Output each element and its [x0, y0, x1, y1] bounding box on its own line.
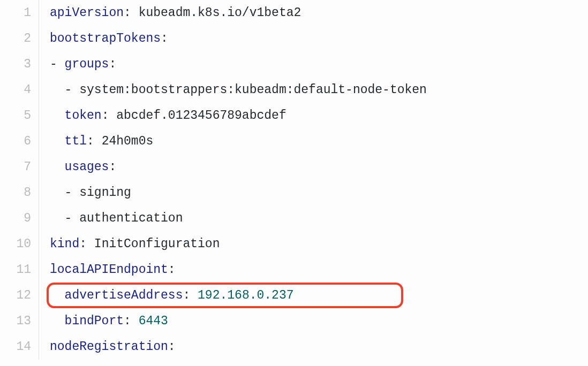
- yaml-punct: :: [109, 161, 116, 173]
- yaml-indent: [50, 135, 65, 148]
- line-number: 13: [0, 308, 39, 334]
- yaml-key: localAPIEndpoint: [50, 264, 168, 276]
- code-line: bootstrapTokens:: [50, 26, 588, 51]
- code-line: localAPIEndpoint:: [50, 257, 588, 283]
- code-line: - groups:: [50, 51, 588, 77]
- code-line-highlighted: advertiseAddress: 192.168.0.237: [50, 283, 588, 308]
- yaml-value: 24h0m0s: [102, 135, 154, 148]
- line-number: 5: [0, 103, 39, 128]
- yaml-punct: :: [87, 135, 102, 148]
- line-number: 10: [0, 231, 39, 257]
- yaml-key: bindPort: [65, 315, 124, 327]
- yaml-value: InitConfiguration: [94, 238, 220, 250]
- yaml-key: token: [65, 110, 102, 122]
- line-number-gutter: 1 2 3 4 5 6 7 8 9 10 11 12 13 14: [0, 0, 39, 360]
- code-line: ttl: 24h0m0s: [50, 128, 588, 154]
- yaml-key: usages: [65, 161, 109, 173]
- yaml-punct: :: [168, 341, 176, 353]
- yaml-key: advertiseAddress: [65, 289, 183, 302]
- code-area: apiVersion: kubeadm.k8s.io/v1beta2 boots…: [39, 0, 588, 360]
- line-number: 11: [0, 257, 39, 283]
- yaml-dash: -: [50, 58, 65, 71]
- yaml-punct: :: [109, 58, 116, 71]
- code-block: 1 2 3 4 5 6 7 8 9 10 11 12 13 14 apiVers…: [0, 0, 588, 360]
- yaml-value: 192.168.0.237: [198, 289, 293, 302]
- yaml-dash: -: [50, 212, 79, 225]
- yaml-punct: :: [79, 238, 94, 250]
- yaml-punct: :: [124, 7, 139, 19]
- line-number: 14: [0, 334, 39, 360]
- line-number: 2: [0, 26, 39, 51]
- yaml-indent: [50, 289, 65, 302]
- code-line: token: abcdef.0123456789abcdef: [50, 103, 588, 128]
- yaml-punct: :: [161, 33, 168, 45]
- line-number: 7: [0, 154, 39, 180]
- yaml-indent: [50, 315, 65, 327]
- yaml-dash: -: [50, 84, 79, 96]
- yaml-value: abcdef.0123456789abcdef: [116, 110, 286, 122]
- code-line: usages:: [50, 154, 588, 180]
- yaml-indent: [50, 110, 65, 122]
- line-number: 12: [0, 283, 39, 308]
- yaml-key: groups: [65, 58, 109, 71]
- code-line: nodeRegistration:: [50, 334, 588, 360]
- yaml-key: ttl: [65, 135, 87, 148]
- yaml-punct: :: [102, 110, 117, 122]
- code-line: - authentication: [50, 205, 588, 231]
- line-number: 1: [0, 0, 39, 26]
- yaml-punct: :: [183, 289, 198, 302]
- yaml-value: 6443: [139, 315, 168, 327]
- yaml-value: system:bootstrappers:kubeadm:default-nod…: [79, 84, 427, 96]
- line-number: 8: [0, 180, 39, 205]
- yaml-key: apiVersion: [50, 7, 124, 19]
- line-number: 6: [0, 128, 39, 154]
- code-line: - system:bootstrappers:kubeadm:default-n…: [50, 77, 588, 103]
- yaml-dash: -: [50, 187, 79, 199]
- yaml-key: nodeRegistration: [50, 341, 168, 353]
- yaml-value: authentication: [79, 212, 183, 225]
- code-line: - signing: [50, 180, 588, 205]
- line-number: 3: [0, 51, 39, 77]
- line-number: 4: [0, 77, 39, 103]
- yaml-key: bootstrapTokens: [50, 33, 161, 45]
- line-number: 9: [0, 205, 39, 231]
- yaml-value: signing: [79, 187, 131, 199]
- yaml-indent: [50, 161, 65, 173]
- yaml-punct: :: [124, 315, 139, 327]
- code-line: kind: InitConfiguration: [50, 231, 588, 257]
- yaml-value: kubeadm.k8s.io/v1beta2: [139, 7, 301, 19]
- yaml-punct: :: [168, 264, 176, 276]
- code-line: bindPort: 6443: [50, 308, 588, 334]
- yaml-key: kind: [50, 238, 79, 250]
- code-line: apiVersion: kubeadm.k8s.io/v1beta2: [50, 0, 588, 26]
